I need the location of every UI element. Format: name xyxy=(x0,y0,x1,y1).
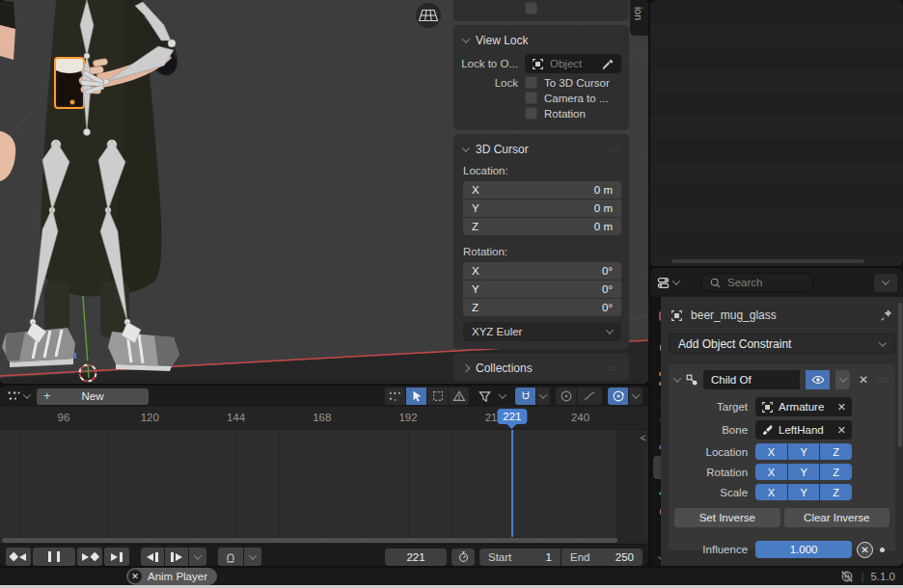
clear-inverse-button[interactable]: Clear Inverse xyxy=(784,508,889,527)
location-z-toggle[interactable]: Z xyxy=(820,443,852,460)
rotation-z-toggle[interactable]: Z xyxy=(820,464,852,480)
eyedropper-icon[interactable] xyxy=(602,58,615,70)
scrollbar-handle[interactable] xyxy=(2,538,617,543)
search-input[interactable]: Search xyxy=(700,273,814,292)
location-x-toggle[interactable]: X xyxy=(755,443,787,460)
scale-z-toggle[interactable]: Z xyxy=(820,484,852,500)
keyframe-display-icon[interactable] xyxy=(385,388,405,405)
cancel-operator-icon[interactable]: ✕ xyxy=(128,570,142,583)
clear-target-button[interactable]: ✕ xyxy=(837,402,846,413)
clear-bone-button[interactable]: ✕ xyxy=(837,425,846,436)
jump-prev-keyframe-button[interactable] xyxy=(6,548,31,566)
next-frame-button[interactable] xyxy=(165,548,188,566)
checkbox-camera-to-[interactable] xyxy=(525,92,537,104)
current-frame-field[interactable]: 221 xyxy=(385,548,447,566)
scale-y-toggle[interactable]: Y xyxy=(788,484,820,500)
panel-grip[interactable]: :::: xyxy=(607,147,619,151)
editor-type-selector[interactable] xyxy=(4,389,33,404)
cursor-rotation-y-field[interactable]: Y0° xyxy=(463,281,621,298)
delete-constraint-button[interactable]: ✕ xyxy=(859,374,868,386)
cursor-location-y-field[interactable]: Y0 m xyxy=(463,200,621,217)
jump-to-end-button[interactable] xyxy=(104,548,129,566)
object-icon xyxy=(670,309,683,322)
cursor-rotation-x-field[interactable]: X0° xyxy=(463,262,621,280)
influence-slider[interactable]: 1.000 xyxy=(755,541,852,558)
bone-field[interactable]: LeftHand ✕ xyxy=(755,420,852,440)
pause-button[interactable] xyxy=(33,548,75,566)
constraint-visibility-dropdown[interactable] xyxy=(835,370,850,389)
axis-origin-marker xyxy=(74,353,77,359)
warning-icon[interactable] xyxy=(449,388,469,405)
header-options-dropdown[interactable] xyxy=(874,274,897,292)
proportional-edit-group xyxy=(556,388,602,405)
auto-keying-button[interactable] xyxy=(608,388,628,405)
previous-frame-button[interactable] xyxy=(141,548,164,566)
collections-header[interactable]: Collections :::: xyxy=(453,357,629,377)
start-frame-field[interactable]: Start 1 xyxy=(479,548,561,566)
animate-property-dot[interactable] xyxy=(880,548,885,552)
new-action-button[interactable]: + New xyxy=(37,388,149,405)
view-lock-header[interactable]: View Lock xyxy=(453,29,629,51)
chevron-down-icon xyxy=(499,390,506,398)
keying-set-button[interactable] xyxy=(218,548,243,566)
auto-keying-group xyxy=(608,388,643,405)
filter-funnel-icon[interactable] xyxy=(475,388,495,405)
target-field[interactable]: Armature ✕ xyxy=(755,397,852,416)
proportional-editing-button[interactable] xyxy=(556,388,576,405)
frame-step-dropdown[interactable] xyxy=(189,548,206,566)
new-action-label: New xyxy=(81,390,103,402)
add-object-constraint-button[interactable]: Add Object Constraint xyxy=(669,334,895,354)
region-collapse-arrow[interactable]: < xyxy=(641,432,646,443)
scale-x-toggle[interactable]: X xyxy=(755,484,787,500)
rotation-x-toggle[interactable]: X xyxy=(755,464,787,480)
checkbox-rotation[interactable] xyxy=(525,107,537,120)
cursor-location-z-field[interactable]: Z0 m xyxy=(463,218,621,235)
box-select-tool-button[interactable] xyxy=(427,388,448,405)
sidebar-tab[interactable]: ion xyxy=(630,0,648,36)
vertical-scrollbar[interactable] xyxy=(898,303,902,447)
timeline-scrollbar[interactable] xyxy=(0,537,648,544)
constraint-name-field[interactable]: Child Of xyxy=(703,370,800,389)
rotation-y-toggle[interactable]: Y xyxy=(788,464,820,480)
running-operator-chip[interactable]: ✕ Anim Player xyxy=(126,568,217,585)
ruler-tick-96: 96 xyxy=(58,412,70,423)
falloff-dropdown[interactable] xyxy=(577,388,602,405)
timeline-body[interactable]: < xyxy=(0,430,648,537)
playback-controls: 221 Start 1 End 250 xyxy=(0,544,648,566)
object-origin-dot xyxy=(70,100,75,105)
outliner-region[interactable] xyxy=(650,0,903,266)
cursor-location-x-field[interactable]: X0 m xyxy=(463,181,621,199)
constraint-enable-eye-button[interactable] xyxy=(806,370,830,389)
cursor-rotation-fields: X0°Y0°Z0° xyxy=(463,262,621,316)
rotation-mode-dropdown[interactable]: XYZ Euler xyxy=(463,322,621,341)
playhead-frame-badge[interactable]: 221 xyxy=(497,409,527,424)
tweak-tool-button[interactable] xyxy=(406,388,426,405)
checkbox-to-3d-cursor[interactable] xyxy=(525,76,537,89)
frame-ruler[interactable]: 96120144168192216240 221 xyxy=(0,407,648,430)
lock-to-object-field[interactable]: Object xyxy=(525,54,621,73)
end-frame-field[interactable]: End 250 xyxy=(561,548,643,566)
cursor-rotation-z-field[interactable]: Z0° xyxy=(463,299,621,316)
location-y-toggle[interactable]: Y xyxy=(788,443,820,460)
preview-range-stopwatch-button[interactable] xyxy=(452,548,475,566)
panel-grip[interactable]: :::: xyxy=(877,378,889,382)
horizontal-scrollbar[interactable] xyxy=(671,259,864,263)
pin-icon[interactable] xyxy=(880,308,893,322)
viewport-grid-gizmo-button[interactable] xyxy=(416,3,441,28)
set-inverse-button[interactable]: Set Inverse xyxy=(674,508,780,527)
jump-next-keyframe-button[interactable] xyxy=(77,548,102,566)
keying-options-dropdown[interactable] xyxy=(629,388,643,405)
network-offline-icon xyxy=(840,570,854,583)
snap-options-dropdown[interactable] xyxy=(536,388,550,405)
3d-cursor-header[interactable]: 3D Cursor :::: xyxy=(453,138,629,160)
3d-viewport[interactable]: View Lock Lock to O... Object LockTo 3D … xyxy=(0,0,648,384)
playhead-line[interactable] xyxy=(511,430,513,537)
clear-keyframe-button[interactable]: ✕ xyxy=(857,542,873,558)
snap-magnet-button[interactable] xyxy=(515,388,535,405)
keying-dropdown[interactable] xyxy=(244,548,261,566)
bone-label: Bone xyxy=(672,424,755,436)
editor-type-selector[interactable] xyxy=(656,276,679,290)
axis-label: Y xyxy=(472,283,479,295)
panel-grip[interactable]: :::: xyxy=(607,366,619,370)
clipped-checkbox[interactable] xyxy=(525,2,537,14)
